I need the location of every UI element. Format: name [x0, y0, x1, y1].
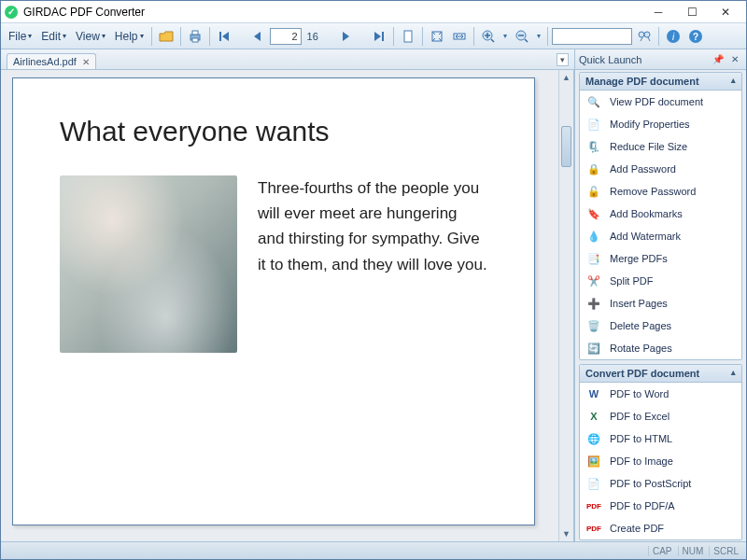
separator [393, 27, 394, 46]
close-button[interactable]: ✕ [709, 2, 742, 22]
app-title: GIRDAC PDF Converter [23, 6, 641, 19]
pdfa-icon: PDF [585, 497, 602, 514]
split-icon: ✂️ [585, 273, 602, 289]
app-window: ✓ GIRDAC PDF Converter ─ ☐ ✕ File▾ Edit▾… [0, 0, 747, 560]
zoom-in-button[interactable] [478, 26, 499, 47]
merge-icon: 📑 [585, 250, 602, 267]
find-button[interactable] [634, 26, 655, 47]
item-modify-properties[interactable]: 📄Modify Properties [580, 113, 741, 135]
zoom-in-dropdown[interactable]: ▾ [500, 26, 510, 47]
prev-page-button[interactable] [247, 26, 268, 47]
minimize-button[interactable]: ─ [641, 2, 675, 22]
svg-point-9 [644, 32, 650, 37]
item-create-pdf[interactable]: PDFCreate PDF [580, 517, 741, 539]
app-icon: ✓ [5, 6, 18, 19]
section-manage-header[interactable]: Manage PDF document ▴ [580, 73, 741, 91]
item-pdf-to-postscript[interactable]: 📄PDF to PostScript [580, 472, 741, 495]
separator [547, 27, 548, 46]
first-page-button[interactable] [214, 26, 234, 47]
print-button[interactable] [185, 26, 205, 47]
section-convert-header[interactable]: Convert PDF document ▴ [580, 365, 741, 383]
separator [473, 27, 474, 46]
pdf-page: What everyone wants Three-fourths of the… [12, 77, 535, 525]
separator [658, 27, 659, 46]
excel-icon: X [585, 408, 602, 425]
bookmark-icon: 🔖 [585, 205, 602, 222]
tab-label: AirlinesAd.pdf [13, 56, 77, 67]
postscript-icon: 📄 [585, 475, 602, 492]
statusbar: CAP NUM SCRL [1, 541, 746, 559]
separator [180, 27, 181, 46]
tab-close-icon[interactable]: ✕ [82, 57, 90, 67]
info-button[interactable]: i [663, 26, 684, 47]
item-pdf-to-word[interactable]: WPDF to Word [580, 383, 741, 405]
item-add-bookmarks[interactable]: 🔖Add Bookmarks [580, 203, 741, 225]
quick-launch-panel: Quick Launch 📌 ✕ Manage PDF document ▴ 🔍… [574, 49, 746, 541]
separator [209, 27, 210, 46]
scroll-up-icon[interactable]: ▲ [559, 70, 573, 85]
zoom-out-dropdown[interactable]: ▾ [534, 26, 543, 47]
section-manage: Manage PDF document ▴ 🔍View PDF document… [579, 72, 742, 360]
item-remove-password[interactable]: 🔓Remove Password [580, 180, 741, 203]
last-page-button[interactable] [369, 26, 389, 47]
search-input[interactable] [552, 28, 632, 45]
properties-icon: 📄 [585, 116, 602, 133]
svg-text:?: ? [693, 32, 698, 42]
item-rotate-pages[interactable]: 🔄Rotate Pages [580, 337, 741, 359]
word-icon: W [585, 385, 602, 402]
item-insert-pages[interactable]: ➕Insert Pages [580, 292, 741, 315]
item-view-pdf[interactable]: 🔍View PDF document [580, 91, 741, 113]
insert-icon: ➕ [585, 295, 602, 312]
collapse-icon: ▴ [731, 368, 736, 379]
single-page-button[interactable] [398, 26, 418, 47]
unlock-icon: 🔓 [585, 183, 602, 200]
item-reduce-size[interactable]: 🗜️Reduce File Size [580, 135, 741, 158]
document-image [60, 175, 237, 353]
maximize-button[interactable]: ☐ [675, 2, 709, 22]
titlebar: ✓ GIRDAC PDF Converter ─ ☐ ✕ [1, 1, 746, 23]
item-merge-pdfs[interactable]: 📑Merge PDFs [580, 247, 741, 270]
document-viewport[interactable]: What everyone wants Three-fourths of the… [1, 70, 574, 541]
item-add-watermark[interactable]: 💧Add Watermark [580, 225, 741, 247]
item-split-pdf[interactable]: ✂️Split PDF [580, 270, 741, 292]
item-pdf-to-html[interactable]: 🌐PDF to HTML [580, 427, 741, 450]
current-page-input[interactable] [270, 28, 302, 45]
fit-page-button[interactable] [427, 26, 447, 47]
menu-file[interactable]: File▾ [5, 28, 35, 45]
image-icon: 🖼️ [585, 453, 602, 469]
scroll-thumb[interactable] [561, 126, 571, 167]
document-tab[interactable]: AirlinesAd.pdf ✕ [7, 53, 96, 69]
item-pdf-to-image[interactable]: 🖼️PDF to Image [580, 450, 741, 472]
svg-rect-2 [192, 38, 198, 42]
chevron-down-icon: ▾ [28, 32, 32, 40]
menu-help[interactable]: Help▾ [111, 28, 148, 45]
item-add-password[interactable]: 🔒Add Password [580, 158, 741, 180]
separator [151, 27, 152, 46]
fit-width-button[interactable] [449, 26, 470, 47]
quick-launch-title: Quick Launch [579, 54, 709, 65]
menu-view[interactable]: View▾ [72, 28, 109, 45]
pin-icon[interactable]: 📌 [711, 53, 726, 66]
status-num: NUM [678, 546, 708, 556]
quick-launch-header: Quick Launch 📌 ✕ [575, 49, 746, 70]
watermark-icon: 💧 [585, 228, 602, 245]
vertical-scrollbar[interactable]: ▲ ▼ [558, 70, 573, 541]
tabstrip: AirlinesAd.pdf ✕ ▾ [1, 49, 574, 70]
item-delete-pages[interactable]: 🗑️Delete Pages [580, 315, 741, 337]
compress-icon: 🗜️ [585, 138, 602, 155]
menu-edit[interactable]: Edit▾ [37, 28, 70, 45]
svg-rect-3 [404, 31, 412, 42]
scroll-down-icon[interactable]: ▼ [559, 526, 573, 541]
item-pdf-to-excel[interactable]: XPDF to Excel [580, 405, 741, 427]
create-pdf-icon: PDF [585, 520, 602, 537]
open-folder-button[interactable] [156, 26, 176, 47]
zoom-out-button[interactable] [512, 26, 532, 47]
panel-close-icon[interactable]: ✕ [727, 53, 742, 66]
next-page-button[interactable] [335, 26, 356, 47]
page-count-label: 16 [303, 31, 322, 42]
tab-list-dropdown[interactable]: ▾ [557, 53, 569, 66]
item-pdf-to-pdfa[interactable]: PDFPDF to PDF/A [580, 495, 741, 517]
magnifier-icon: 🔍 [585, 93, 602, 110]
rotate-icon: 🔄 [585, 340, 602, 357]
help-button[interactable]: ? [685, 26, 706, 47]
